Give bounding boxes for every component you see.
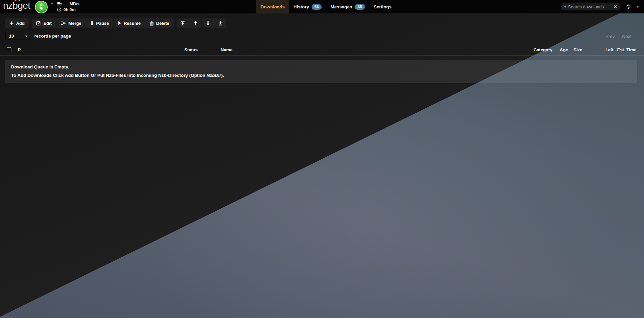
- search-input[interactable]: [568, 4, 612, 9]
- column-header-name: Name: [221, 44, 232, 56]
- status-stats: --- MB/s 0h 0m: [57, 1, 80, 12]
- prev-page-link[interactable]: ← Prev: [600, 34, 615, 39]
- empty-queue-message-text: To Add Downloads Click Add Button Or Put…: [11, 73, 206, 78]
- edit-button[interactable]: Edit: [32, 18, 56, 28]
- logo-menu-caret-icon[interactable]: ▾: [51, 2, 53, 6]
- arrow-to-bottom-icon: [218, 21, 223, 25]
- tab-history[interactable]: History 66: [289, 0, 326, 13]
- delete-button[interactable]: Delete: [145, 18, 174, 28]
- search-options-caret-icon[interactable]: ▾: [564, 5, 566, 9]
- resume-button-label: Resume: [124, 21, 141, 26]
- edit-icon: [36, 21, 41, 25]
- move-down-button[interactable]: [201, 18, 214, 28]
- empty-queue-title: Download Queue Is Empty.: [11, 64, 631, 69]
- time-left-value: 0h 0m: [63, 7, 76, 12]
- empty-queue-message-end: ).: [221, 73, 224, 78]
- nav-tabs: Downloads History 66 Messages 35 Setting…: [256, 0, 396, 13]
- tab-settings-label: Settings: [374, 4, 392, 9]
- clock-icon: [57, 7, 61, 12]
- column-header-left: Left: [603, 44, 613, 56]
- tab-history-label: History: [293, 4, 309, 9]
- pause-button[interactable]: Pause: [86, 18, 113, 28]
- records-per-page-select[interactable]: 10 ▾: [5, 32, 30, 40]
- arrow-to-top-icon: [181, 21, 185, 25]
- pagination: ← Prev Next →: [600, 34, 637, 39]
- delete-button-label: Delete: [156, 21, 169, 26]
- add-group: Add: [5, 18, 29, 28]
- column-header-age: Age: [560, 44, 568, 56]
- search-box[interactable]: ▾ ✕: [561, 3, 620, 10]
- trash-icon: [150, 21, 154, 25]
- plus-icon: [10, 21, 14, 25]
- speed-value: --- MB/s: [64, 2, 80, 6]
- tab-messages[interactable]: Messages 35: [326, 0, 369, 13]
- refresh-interval-caret-icon[interactable]: ▾: [637, 5, 639, 9]
- move-actions-group: [177, 18, 226, 28]
- refresh-icon: [626, 4, 632, 10]
- records-per-page-value: 10: [9, 34, 14, 39]
- search-clear-icon[interactable]: ✕: [614, 4, 617, 9]
- column-header-status: Status: [184, 44, 198, 56]
- tab-downloads-label: Downloads: [261, 4, 285, 9]
- download-logo-button[interactable]: [35, 1, 48, 13]
- download-arrow-icon: [38, 3, 45, 11]
- refresh-button[interactable]: [626, 4, 632, 10]
- merge-icon: [61, 21, 66, 25]
- column-header-size: Size: [573, 44, 582, 56]
- messages-count-badge: 35: [355, 4, 365, 10]
- empty-queue-message: To Add Downloads Click Add Button Or Put…: [11, 73, 631, 78]
- nzbget-logo: nzbget: [3, 0, 30, 11]
- column-header-category: Category: [534, 44, 552, 56]
- edit-button-label: Edit: [43, 21, 52, 26]
- arrow-up-icon: [193, 21, 198, 25]
- move-bottom-button[interactable]: [214, 18, 226, 28]
- history-count-badge: 66: [312, 4, 322, 10]
- merge-button-label: Merge: [68, 21, 81, 26]
- select-all-checkbox[interactable]: [7, 47, 11, 52]
- next-page-link[interactable]: Next →: [622, 34, 637, 39]
- merge-button[interactable]: Merge: [56, 18, 86, 28]
- resume-button[interactable]: Resume: [113, 18, 145, 28]
- resume-icon: [118, 21, 121, 25]
- column-header-est-time: Est. Time: [617, 44, 637, 56]
- empty-queue-message-option: NzbDir: [206, 73, 221, 78]
- records-per-page-row: 10 ▾ records per page: [5, 32, 71, 40]
- nav-right-cluster: ▾ ✕ ▾: [561, 0, 639, 13]
- add-button-label: Add: [16, 21, 25, 26]
- column-header-priority: P: [18, 44, 21, 56]
- move-top-button[interactable]: [177, 18, 189, 28]
- edit-actions-group: Edit Merge Pause Resume: [32, 18, 174, 28]
- tab-downloads[interactable]: Downloads: [256, 0, 289, 13]
- empty-queue-panel: Download Queue Is Empty. To Add Download…: [5, 60, 637, 83]
- pause-button-label: Pause: [96, 21, 109, 26]
- tab-settings[interactable]: Settings: [369, 0, 396, 13]
- queue-table-header: P Status Name Category Age Size Left Est…: [0, 44, 644, 56]
- queue-toolbar: Add Edit Merge: [5, 18, 226, 28]
- tab-messages-label: Messages: [330, 4, 352, 9]
- truck-icon: [57, 2, 62, 6]
- navbar: nzbget ▾ --- MB/s: [0, 0, 644, 13]
- records-per-page-label: records per page: [34, 34, 71, 39]
- select-caret-icon: ▾: [26, 34, 27, 38]
- add-button[interactable]: Add: [5, 18, 29, 28]
- pause-icon: [90, 21, 94, 25]
- arrow-down-icon: [206, 21, 210, 25]
- move-up-button[interactable]: [189, 18, 201, 28]
